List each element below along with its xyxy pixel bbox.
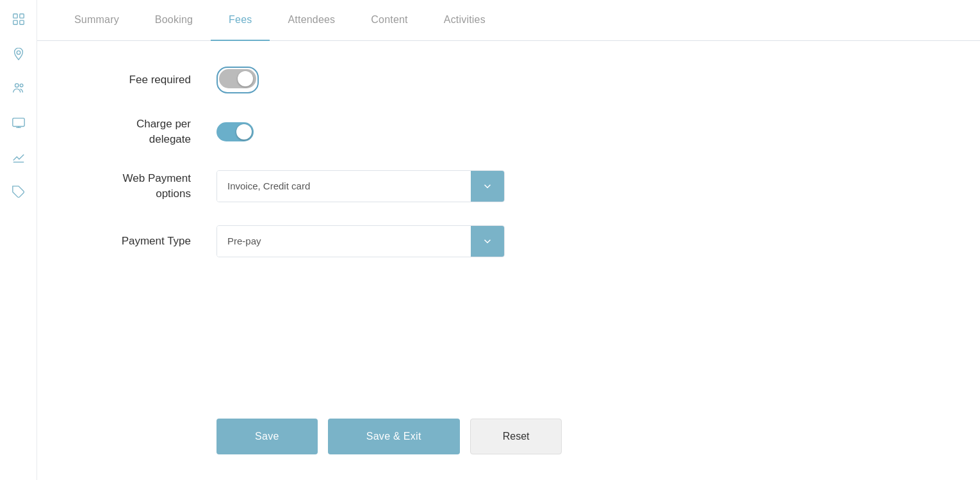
charge-per-delegate-toggle[interactable] [216,122,254,141]
svg-rect-1 [19,14,23,18]
svg-point-6 [20,84,23,87]
location-icon[interactable] [7,42,30,65]
main-content: Summary Booking Fees Attendees Content A… [37,0,980,480]
tab-content[interactable]: Content [353,0,425,41]
payment-type-dropdown[interactable]: Pre-pay [216,225,505,257]
fee-required-row: Fee required [76,67,942,93]
tab-summary[interactable]: Summary [56,0,137,41]
group-icon[interactable] [7,77,30,100]
dashboard-icon[interactable] [7,8,30,31]
svg-rect-3 [19,20,23,24]
action-buttons: Save Save & Exit Reset [37,406,980,480]
web-payment-value: Invoice, Credit card [217,171,471,202]
tab-fees[interactable]: Fees [211,0,270,41]
svg-rect-2 [13,20,17,24]
tab-attendees[interactable]: Attendees [270,0,353,41]
save-button[interactable]: Save [216,419,318,454]
tab-bar: Summary Booking Fees Attendees Content A… [37,0,980,41]
payment-type-row: Payment Type Pre-pay [76,225,942,257]
web-payment-dropdown[interactable]: Invoice, Credit card [216,170,505,202]
save-exit-button[interactable]: Save & Exit [328,419,460,454]
charge-per-delegate-label: Charge perdelegate [76,116,216,147]
payment-type-value: Pre-pay [217,226,471,257]
web-payment-dropdown-btn[interactable] [471,171,504,202]
tag-icon[interactable] [7,180,30,204]
web-payment-row: Web Paymentoptions Invoice, Credit card [76,170,942,202]
fee-required-slider [219,69,256,88]
sidebar [0,0,37,480]
charge-per-delegate-row: Charge perdelegate [76,116,942,147]
reset-button[interactable]: Reset [470,419,562,454]
tab-booking[interactable]: Booking [137,0,211,41]
tab-activities[interactable]: Activities [426,0,503,41]
chevron-down-icon [482,236,493,247]
chart-icon[interactable] [7,146,30,169]
fee-required-toggle-border [216,67,259,93]
web-payment-label: Web Paymentoptions [76,171,216,202]
form-area: Fee required Charge perdelegate Web Paym… [37,41,980,406]
svg-rect-7 [12,118,24,127]
svg-rect-0 [13,14,17,18]
payment-type-dropdown-btn[interactable] [471,226,504,257]
screen-icon[interactable] [7,111,30,134]
svg-point-5 [15,84,19,88]
fee-required-toggle[interactable] [219,69,256,88]
svg-point-4 [17,51,20,54]
fee-required-label: Fee required [76,72,216,88]
chevron-down-icon [482,180,493,192]
charge-per-delegate-slider [216,122,254,141]
payment-type-label: Payment Type [76,234,216,249]
